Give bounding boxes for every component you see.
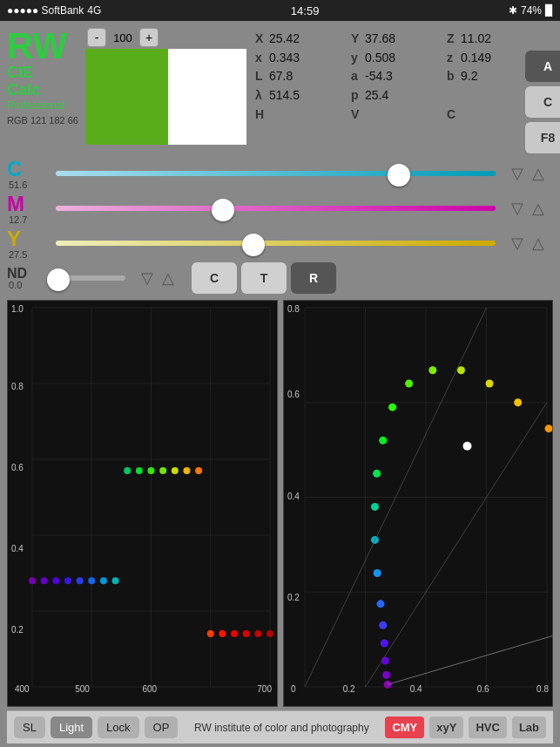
- logo-cie: CIE: [7, 65, 33, 82]
- val-p: p 25.4: [351, 86, 429, 105]
- lab-button[interactable]: Lab: [512, 716, 546, 738]
- slider-arrows-C: ▽ △: [511, 164, 544, 183]
- right-chart-x-label-04: 0.4: [410, 684, 422, 694]
- illum-btn-C[interactable]: C: [525, 86, 560, 118]
- val-b: b 9.2: [447, 67, 525, 86]
- right-chart-y-label-06: 0.6: [287, 390, 300, 399]
- swatch-plus-button[interactable]: +: [139, 28, 159, 47]
- swatch-value: 100: [110, 31, 136, 44]
- val-X-num: 25.42: [269, 30, 300, 49]
- val-a-num: -54.3: [365, 67, 393, 86]
- val-x-label: x: [255, 49, 266, 68]
- val-Y: Y 37.68: [351, 30, 429, 49]
- values-row-2: x 0.343 y 0.508 z 0.149: [255, 49, 525, 68]
- val-x: x 0.343: [255, 49, 334, 68]
- values-row-4: λ 514.5 p 25.4: [255, 86, 525, 105]
- rgb-values: RGB 121 182 66: [7, 115, 78, 126]
- val-a-label: a: [351, 67, 361, 86]
- slider-down-ND[interactable]: ▽: [141, 268, 153, 288]
- cmy-button[interactable]: CMY: [385, 716, 424, 738]
- network-label: 4G: [87, 4, 101, 17]
- val-X-label: X: [255, 30, 266, 49]
- right-chart-x-label-06: 0.6: [477, 684, 489, 694]
- val-z-label: z: [447, 49, 457, 68]
- right-chart-x-label-0: 0: [291, 684, 296, 694]
- swatch-minus-button[interactable]: -: [87, 28, 106, 47]
- values-row-1: X 25.42 Y 37.68 Z 11.02: [255, 30, 525, 49]
- status-bar: ●●●●● SoftBank 4G 14:59 ✱ 74% ▉: [0, 0, 560, 21]
- val-lambda-num: 514.5: [269, 86, 300, 105]
- left-chart-x-label-700: 700: [257, 684, 272, 694]
- left-chart-canvas: [8, 301, 277, 706]
- nd-btn-T[interactable]: T: [241, 262, 287, 294]
- status-left: ●●●●● SoftBank 4G: [7, 4, 101, 17]
- val-p-label: p: [351, 86, 361, 105]
- val-L: L 67.8: [255, 67, 334, 86]
- left-chart-y-label-06: 0.6: [11, 463, 24, 472]
- slider-track-area-Y[interactable]: [56, 232, 496, 255]
- sl-button[interactable]: SL: [14, 716, 45, 738]
- slider-track-area-C[interactable]: [56, 162, 496, 185]
- slider-thumb-ND[interactable]: [47, 268, 70, 291]
- slider-thumb-M[interactable]: [212, 199, 234, 221]
- xyy-button[interactable]: xyY: [429, 716, 463, 738]
- slider-up-M[interactable]: △: [532, 199, 544, 218]
- sliders-section: C 51.6 ▽ △ M 12.7 ▽ △: [7, 157, 553, 296]
- slider-value-ND: 0.0: [9, 280, 49, 290]
- illuminant-row-3: F8 D50: [525, 122, 560, 153]
- nd-btn-C[interactable]: C: [192, 262, 237, 294]
- status-right: ✱ 74% ▉: [509, 4, 553, 17]
- slider-up-Y[interactable]: △: [532, 234, 544, 253]
- slider-thumb-Y[interactable]: [242, 234, 265, 256]
- slider-down-C[interactable]: ▽: [511, 164, 523, 183]
- swatch-area: - 100 +: [85, 28, 246, 145]
- swatch-controls: - 100 +: [87, 28, 246, 47]
- bottom-toolbar: SL Light Lock OP RW institute of color a…: [7, 710, 553, 744]
- val-V-label: V: [351, 105, 361, 125]
- illum-btn-F8[interactable]: F8: [525, 122, 560, 153]
- val-y-label: y: [351, 49, 361, 68]
- slider-thumb-C[interactable]: [388, 164, 410, 187]
- val-a: a -54.3: [351, 67, 429, 86]
- slider-up-ND[interactable]: △: [162, 268, 174, 288]
- slider-value-Y: 27.5: [9, 249, 49, 260]
- val-Y-label: Y: [351, 30, 361, 49]
- slider-track-area-ND[interactable]: [56, 267, 125, 289]
- slider-row-M: M 12.7 ▽ △: [7, 192, 553, 225]
- logo-professional: Professional: [7, 99, 64, 112]
- op-button[interactable]: OP: [145, 716, 179, 738]
- right-chart-y-label-08: 0.8: [287, 304, 300, 314]
- right-chart: 0.8 0.6 0.4 0.2 0 0.2 0.4 0.6 0.8: [283, 300, 553, 707]
- left-chart-y-label-08: 0.8: [11, 382, 24, 391]
- slider-label-Y: Y: [7, 227, 42, 251]
- left-chart-y-label-02: 0.2: [11, 625, 24, 635]
- values-row-5: H V C: [255, 105, 525, 125]
- val-p-num: 25.4: [365, 86, 388, 105]
- right-chart-x-label-02: 0.2: [343, 684, 355, 694]
- light-button[interactable]: Light: [51, 716, 92, 738]
- slider-down-Y[interactable]: ▽: [511, 234, 523, 253]
- illum-btn-A[interactable]: A: [525, 51, 560, 82]
- right-chart-y-label-04: 0.4: [287, 492, 300, 501]
- slider-value-C: 51.6: [9, 180, 49, 190]
- hvc-button[interactable]: HVC: [469, 716, 506, 738]
- slider-down-M[interactable]: ▽: [511, 199, 523, 218]
- slider-label-C: C: [7, 157, 42, 181]
- slider-track-area-M[interactable]: [56, 197, 496, 220]
- val-lambda-label: λ: [255, 86, 266, 105]
- swatch-box: [85, 49, 246, 145]
- charts-section: 400 500 600 700 1.0 0.8 0.6 0.4 0.2 0.8 …: [7, 300, 553, 707]
- battery-label: 74%: [521, 4, 542, 17]
- illuminant-buttons: A B C D65 F8 D50: [525, 51, 560, 153]
- logo-calc: Calc: [7, 82, 40, 99]
- slider-up-C[interactable]: △: [532, 164, 544, 183]
- val-y: y 0.508: [351, 49, 429, 68]
- nd-btn-R[interactable]: R: [291, 262, 336, 294]
- status-time: 14:59: [291, 4, 320, 17]
- values-row-3: L 67.8 a -54.3 b 9.2: [255, 67, 525, 86]
- slider-row-ND: ND 0.0 ▽ △ C T R: [7, 261, 553, 295]
- battery-icon: ▉: [545, 4, 553, 17]
- rw-institute-text: RW institute of color and photography: [183, 722, 380, 734]
- values-area: X 25.42 Y 37.68 Z 11.02 x 0.343 y: [255, 26, 525, 124]
- lock-button[interactable]: Lock: [98, 716, 138, 738]
